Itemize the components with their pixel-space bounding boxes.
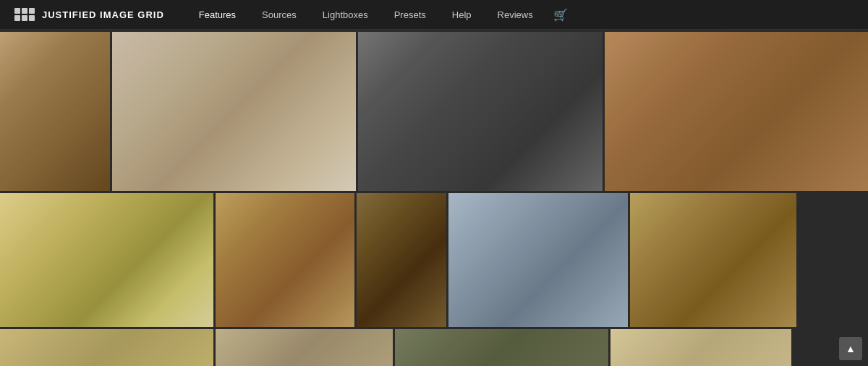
gallery-wrapper: ▲ <box>0 30 868 366</box>
photo-father-child[interactable] <box>448 193 628 327</box>
nav-sources[interactable]: Sources <box>249 0 310 30</box>
scroll-up-button[interactable]: ▲ <box>839 337 862 360</box>
photo-woman-hat[interactable] <box>605 32 868 191</box>
gallery <box>0 30 868 366</box>
nav-lightboxes[interactable]: Lightboxes <box>310 0 381 30</box>
photo-woman-deer[interactable] <box>630 193 796 327</box>
photo-row3-3[interactable] <box>395 329 608 366</box>
photo-blonde-beach[interactable] <box>0 193 213 327</box>
gallery-row-3 <box>0 329 868 366</box>
photo-row3-2[interactable] <box>216 329 393 366</box>
gallery-row-2 <box>0 193 868 327</box>
cart-icon[interactable]: 🛒 <box>546 8 575 22</box>
nav-presets[interactable]: Presets <box>381 0 439 30</box>
nav-features[interactable]: Features <box>186 0 249 30</box>
header: JUSTIFIED IMAGE GRID Features Sources Li… <box>0 0 868 30</box>
photo-man-cat[interactable] <box>358 32 603 191</box>
photo-row3-1[interactable] <box>0 329 213 366</box>
photo-woman-bike[interactable] <box>0 32 110 191</box>
logo-icon <box>14 8 35 21</box>
photo-couple-kiss[interactable] <box>216 193 354 327</box>
logo-area: JUSTIFIED IMAGE GRID <box>14 8 164 21</box>
gallery-row-1 <box>0 32 868 191</box>
photo-row3-4[interactable] <box>610 329 791 366</box>
nav-help[interactable]: Help <box>439 0 485 30</box>
photo-woman-field[interactable] <box>357 193 446 327</box>
photo-sleeping-woman[interactable] <box>112 32 356 191</box>
nav-reviews[interactable]: Reviews <box>485 0 546 30</box>
logo-text: JUSTIFIED IMAGE GRID <box>42 9 164 20</box>
main-nav: Features Sources Lightboxes Presets Help… <box>186 0 854 30</box>
